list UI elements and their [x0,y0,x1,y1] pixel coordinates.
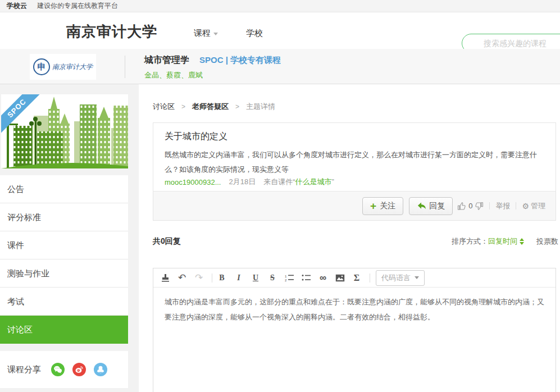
site-header: 南京审计大学 课程 学校 [0,13,560,49]
undo-icon[interactable]: ↶ [177,272,187,284]
breadcrumb-separator: > [181,103,185,111]
nav-courses[interactable]: 课程 [194,28,218,39]
source-courseware-link[interactable]: 什么是城市 [295,177,332,186]
course-teachers: 金晶、蔡霞、鹿斌 [144,70,281,80]
sidebar-item-exams[interactable]: 考试 [0,288,128,316]
qq-share-icon[interactable] [94,363,107,376]
course-type-badge: SPOC | 学校专有课程 [199,55,281,66]
sort-arrows-icon [520,238,524,245]
svg-text:2: 2 [285,279,287,282]
chevron-down-icon [415,276,419,279]
report-link[interactable]: 举报 [495,201,510,211]
page: 学校云 建设你的专属在线教育平台 南京审计大学 课程 学校 申 南京审计大学 [0,0,560,392]
strikethrough-icon[interactable]: S [267,272,277,284]
weibo-share-icon[interactable] [72,363,86,376]
manage-link[interactable]: ⚙ 管理 [522,201,545,211]
breadcrumb-discussion[interactable]: 讨论区 [153,102,175,112]
university-name: 南京审计大学 [66,22,157,42]
code-language-dropdown[interactable]: 代码语言 [376,270,425,286]
sort-label: 排序方式： [452,236,488,247]
breadcrumb: 讨论区 > 老师答疑区 > 主题详情 [153,102,275,112]
gear-icon: ⚙ [522,202,529,211]
reply-label: 回复 [429,201,445,211]
sidebar: SPOC 公告 评分标准 课件 测验与作业 考试 讨论区 课程分享 [0,84,139,392]
course-menu: 公告 评分标准 课件 测验与作业 考试 讨论区 [0,175,128,344]
nav-school[interactable]: 学校 [246,28,263,39]
seal-character: 申 [38,62,46,72]
editor-toolbar: ↶ ↷ B I U S 1 2 [153,268,556,288]
breadcrumb-separator: > [235,103,239,111]
course-head: 城市管理学 SPOC | 学校专有课程 金晶、蔡霞、鹿斌 [144,54,281,80]
main-nav: 课程 学校 [194,28,263,39]
sort-time-label: 回复时间 [488,236,517,247]
sort-by-reply-time[interactable]: 回复时间 [488,236,524,247]
thumb-down-icon[interactable] [475,202,484,211]
course-share: 课程分享 [0,351,128,388]
bold-icon[interactable]: B [217,272,227,284]
post-title: 关于城市的定义 [165,131,227,143]
format-painter-icon[interactable] [160,272,170,284]
nav-courses-label: 课程 [194,28,211,39]
sort-controls: 排序方式： 回复时间 投票数 [452,236,558,247]
toolbar-divider [212,274,212,282]
ordered-list-icon[interactable]: 1 2 [284,272,294,284]
sidebar-item-courseware[interactable]: 课件 [0,231,128,259]
chevron-down-icon [213,33,218,35]
italic-icon[interactable]: I [234,272,244,284]
sidebar-item-announcements[interactable]: 公告 [0,175,128,203]
school-logo: 申 南京审计大学 [30,54,96,80]
post-source: 来自课件“什么是城市” [263,177,334,187]
nav-school-label: 学校 [246,28,263,39]
reply-arrow-icon [417,202,426,210]
source-suffix: ” [332,177,334,186]
platform-brand[interactable]: 学校云 [7,1,27,11]
link-icon[interactable]: ∞ [318,272,328,284]
replies-header: 共0回复 排序方式： 回复时间 投票数 [153,236,558,247]
breadcrumb-topic-detail: 主题详情 [246,102,275,112]
follow-label: 关注 [380,201,395,211]
image-icon[interactable] [335,272,345,284]
code-language-label: 代码语言 [381,273,411,283]
reply-editor: ↶ ↷ B I U S 1 2 [153,268,556,392]
post-actions: + 关注 回复 0 举报 [153,191,556,220]
toolbar-divider [370,274,370,282]
school-logo-text: 南京审计大学 [52,62,93,72]
plus-icon: + [370,200,376,211]
divider [516,202,516,209]
sort-by-votes[interactable]: 投票数 [536,236,558,247]
redo-icon[interactable]: ↷ [194,272,204,284]
course-title: 城市管理学 [144,54,189,66]
svg-text:1: 1 [285,275,287,278]
underline-icon[interactable]: U [251,272,261,284]
source-prefix: 来自课件“ [263,177,295,186]
thumb-up-icon[interactable] [457,202,466,211]
sidebar-item-grading[interactable]: 评分标准 [0,203,128,231]
post-meta: mooc19000932... 2月18日 来自课件“什么是城市” [165,177,334,187]
like-count: 0 [468,202,472,210]
vote-group: 0 [457,202,484,211]
share-label: 课程分享 [7,364,41,375]
bullet-list-icon[interactable] [301,272,311,284]
reply-button[interactable]: 回复 [409,197,453,215]
divider [489,202,490,209]
sidebar-item-discussion[interactable]: 讨论区 [0,316,128,344]
sidebar-item-quizzes[interactable]: 测验与作业 [0,259,128,288]
platform-slogan: 建设你的专属在线教育平台 [37,1,118,11]
breadcrumb-teacher-qa[interactable]: 老师答疑区 [192,102,229,112]
course-banner: 申 南京审计大学 城市管理学 SPOC | 学校专有课程 金晶、蔡霞、鹿斌 [0,49,560,84]
banner-divider [125,56,125,78]
wechat-share-icon[interactable] [51,363,65,376]
follow-button[interactable]: + 关注 [362,197,403,215]
formula-icon[interactable]: Σ [352,272,362,284]
course-cover-image: SPOC [1,94,128,168]
post-body: 既然城市的定义内涵丰富，我们可以从多个角度对城市进行定义，那么在对城市进行某一方… [165,148,544,177]
replies-count: 共0回复 [153,236,181,247]
post-author-link[interactable]: mooc19000932... [165,178,221,186]
school-seal-icon: 申 [33,58,50,75]
reply-text-area[interactable]: 城市的内涵是丰富而多元的，这部分的重点和难点在于：既要注意内涵的广度，能够从不同… [153,288,556,331]
post-date: 2月18日 [229,177,256,187]
topbar: 学校云 建设你的专属在线教育平台 [0,0,560,12]
topic-post-card: 关于城市的定义 既然城市的定义内涵丰富，我们可以从多个角度对城市进行定义，那么在… [153,122,556,221]
manage-label: 管理 [531,201,545,211]
